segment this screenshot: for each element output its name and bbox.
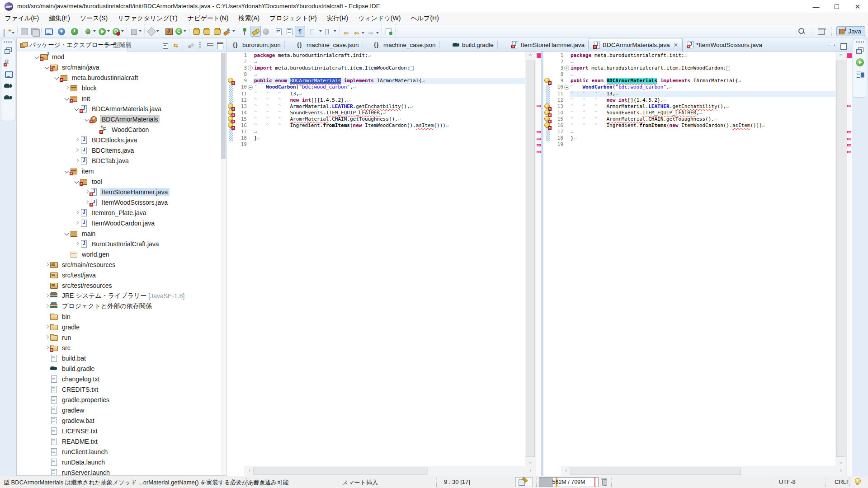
- prev-annotation-icon[interactable]: [324, 26, 337, 37]
- tree-item-tool[interactable]: ×tool: [17, 176, 221, 187]
- link-doc-icon[interactable]: [274, 26, 283, 37]
- fold-expand-icon[interactable]: +: [248, 66, 253, 70]
- editor-tab--itemwoodscissors-java[interactable]: ×*ItemWoodScissors.java: [683, 38, 766, 52]
- gradle-executions-view-icon[interactable]: [1, 92, 15, 103]
- vertical-scrollbar[interactable]: ⌃⌄: [525, 52, 536, 466]
- fold-collapse-icon[interactable]: −: [564, 85, 569, 90]
- editor-tab-machine-case-json[interactable]: { }machine_case.json: [370, 38, 440, 52]
- back-icon[interactable]: ⇦: [341, 28, 351, 38]
- tree-item-gradle[interactable]: gradle: [17, 322, 221, 332]
- run-icon[interactable]: [98, 26, 111, 37]
- minimize-view-icon[interactable]: [205, 40, 215, 50]
- tree-item-runclient-launch[interactable]: runClient.launch: [17, 446, 221, 457]
- tree-item-main[interactable]: main: [17, 228, 221, 239]
- tree-item-bin[interactable]: bin: [17, 311, 221, 322]
- tree-expander-icon[interactable]: [74, 220, 80, 226]
- code-content[interactable]: package meta.burodustinrialcraft.init;↵↵…: [571, 52, 765, 148]
- stop-icon[interactable]: [129, 26, 142, 37]
- overview-ruler[interactable]: [536, 52, 541, 476]
- tree-expander-icon[interactable]: [74, 137, 80, 143]
- editor-tab-buronium-json[interactable]: { }buronium.json: [229, 38, 285, 52]
- editor-tab-machine-case-json[interactable]: { }machine_case.json: [293, 38, 363, 52]
- tree-expander-icon[interactable]: [84, 189, 90, 195]
- tree-item-burodustinrialcraft-java[interactable]: BuroDustInrialCraft.java: [17, 239, 221, 249]
- run-view-icon[interactable]: [853, 56, 867, 68]
- garbage-collect-icon[interactable]: [601, 478, 608, 485]
- tree-expander-icon[interactable]: [74, 106, 80, 112]
- menu-10[interactable]: ヘルプ(H): [406, 13, 443, 24]
- menu-3[interactable]: ソース(S): [75, 13, 113, 24]
- back2-icon[interactable]: ⇦: [352, 28, 365, 38]
- editor-tab-bdcarmormaterials-java[interactable]: ×BDCArmorMaterials.java✕: [589, 38, 683, 52]
- outline-view-icon[interactable]: [853, 68, 867, 80]
- gradle-tasks-view-icon[interactable]: [1, 80, 15, 92]
- tree-expander-icon[interactable]: [54, 75, 60, 81]
- tree-item-build-gradle[interactable]: build.gradle: [17, 363, 221, 374]
- overview-ruler[interactable]: [846, 52, 852, 476]
- next-annotation-icon[interactable]: [309, 26, 323, 37]
- error-overview-mark[interactable]: [537, 144, 541, 146]
- close-tab-icon[interactable]: ✕: [674, 42, 678, 48]
- maximize-editor-icon[interactable]: [838, 41, 850, 51]
- menu-1[interactable]: ファイル(F): [0, 13, 44, 24]
- console-icon[interactable]: [43, 26, 53, 37]
- last-edit-location-icon[interactable]: [384, 26, 393, 37]
- jar-icon[interactable]: [212, 26, 222, 37]
- window-maximize-button[interactable]: [826, 0, 847, 13]
- new-wizard-icon[interactable]: [2, 28, 15, 38]
- tree-item-gradlew-bat[interactable]: gradlew.bat: [17, 415, 221, 426]
- heap-status[interactable]: 562M / 709M: [539, 477, 599, 487]
- tree-expander-icon[interactable]: [44, 293, 50, 299]
- search-icon[interactable]: [797, 27, 806, 35]
- error-overview-mark[interactable]: [847, 138, 851, 140]
- tree-item-itemstonehammer-java[interactable]: ×ItemStoneHammer.java: [17, 187, 221, 197]
- tree-item-readme-txt[interactable]: README.txt: [17, 436, 221, 446]
- brush-icon[interactable]: [222, 26, 236, 37]
- tree-item-jre-[interactable]: JRE システム・ライブラリー [JavaSE-1.8]: [17, 291, 221, 301]
- error-marker-icon[interactable]: ×: [227, 103, 235, 110]
- editor-tab-itemstonehammer-java[interactable]: ×ItemStoneHammer.java: [507, 38, 589, 52]
- error-marker-icon[interactable]: ×: [227, 116, 235, 123]
- menu-4[interactable]: リファクタリング(T): [113, 13, 183, 24]
- tree-item-itemwoodscissors-java[interactable]: ×ItemWoodScissors.java: [17, 197, 221, 207]
- tree-item-meta-burodustinrialcraft[interactable]: ×meta.burodustinrialcraft: [17, 72, 221, 83]
- tree-item-src-test-resources[interactable]: src/test/resources: [17, 280, 221, 291]
- tree-item-bdctab-java[interactable]: BDCTab.java: [17, 155, 221, 166]
- tree-expander-icon[interactable]: [44, 345, 50, 351]
- editor-pane-left[interactable]: 1238910111213141516171819+−×××××package …: [227, 52, 541, 476]
- tree-expander-icon[interactable]: [44, 334, 50, 341]
- power-icon[interactable]: [70, 26, 79, 37]
- tree-item-bdcblocks-java[interactable]: BDCBlocks.java: [17, 135, 221, 145]
- coverage-icon[interactable]: Q: [112, 26, 125, 37]
- tree-item-gradle-properties[interactable]: gradle.properties: [17, 394, 221, 405]
- menu-5[interactable]: ナビゲート(N): [183, 13, 234, 24]
- error-overview-mark[interactable]: [537, 105, 541, 107]
- tree-item-src[interactable]: ×src: [17, 343, 221, 353]
- restore-views-icon[interactable]: [1, 45, 15, 56]
- error-overview-mark[interactable]: [847, 151, 851, 153]
- error-overview-mark[interactable]: [537, 131, 541, 133]
- error-marker-icon[interactable]: ×: [544, 122, 551, 129]
- tree-item-runserver-launch[interactable]: runServer.launch: [17, 467, 221, 475]
- menu-8[interactable]: 実行(R): [322, 13, 353, 24]
- tree-item-license-txt[interactable]: LICENSE.txt: [17, 426, 221, 436]
- debug-icon[interactable]: [83, 26, 97, 37]
- tree-expander-icon[interactable]: [44, 262, 50, 268]
- console-view-icon[interactable]: [1, 68, 15, 80]
- pilcrow-icon[interactable]: ¶: [295, 26, 305, 37]
- tree-item-block[interactable]: block: [17, 83, 221, 93]
- error-marker-icon[interactable]: ×: [227, 122, 235, 129]
- error-marker-icon[interactable]: ×: [227, 110, 235, 117]
- tree-expander-icon[interactable]: [84, 116, 90, 122]
- tree-item--[interactable]: プロジェクトと外部の依存関係: [17, 301, 221, 311]
- build-status-icon[interactable]: [515, 477, 533, 487]
- pin-icon[interactable]: [240, 26, 250, 37]
- tree-item-itemwoodcardon-java[interactable]: ItemWoodCardon.java: [17, 218, 221, 228]
- tree-expander-icon[interactable]: [84, 199, 90, 206]
- tree-expander-icon[interactable]: [64, 168, 70, 174]
- link-with-editor-icon[interactable]: ⇆: [171, 40, 181, 50]
- tree-item-rundata-launch[interactable]: runData.launch: [17, 457, 221, 467]
- window-minimize-button[interactable]: —: [806, 0, 826, 13]
- tree-expander-icon[interactable]: [74, 147, 80, 154]
- error-marker-icon[interactable]: ×: [227, 78, 235, 84]
